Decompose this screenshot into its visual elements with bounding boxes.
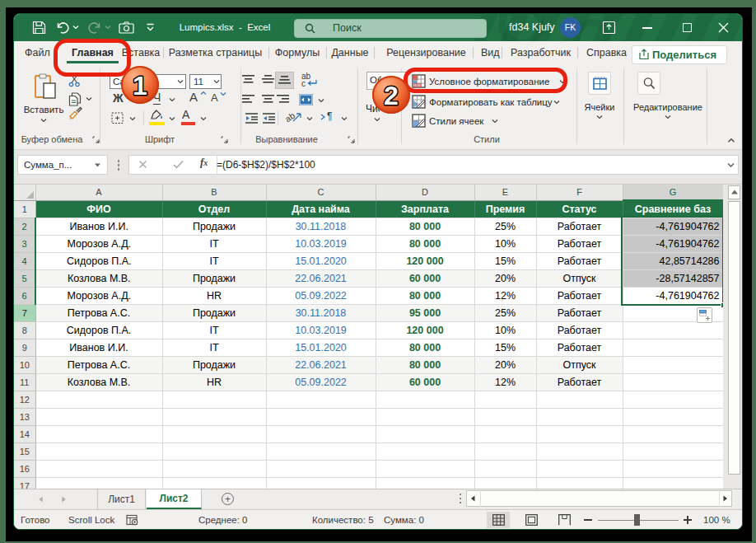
svg-text:1: 1 xyxy=(133,71,147,101)
svg-text:2: 2 xyxy=(384,81,399,110)
